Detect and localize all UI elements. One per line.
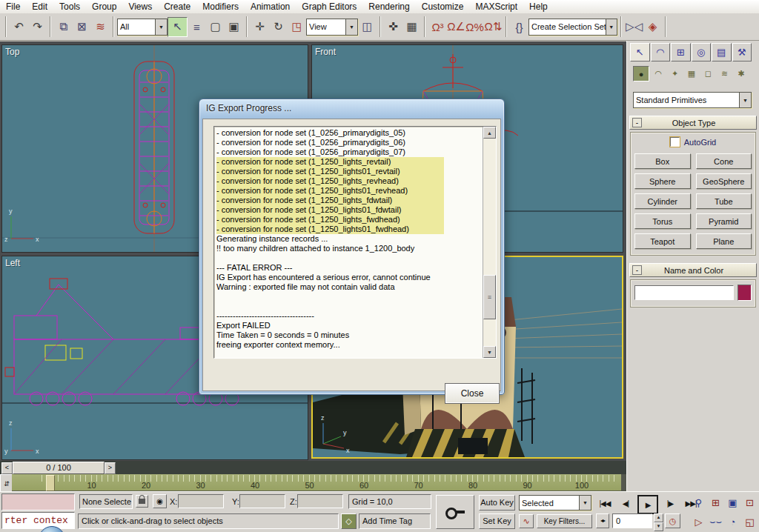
menu-item[interactable]: Help [523, 0, 554, 13]
scroll-down-icon[interactable]: ▼ [483, 346, 496, 358]
viewport-top-label[interactable]: Top [5, 47, 19, 57]
named-selection-sets-icon[interactable]: {} [510, 18, 528, 36]
time-configuration-button[interactable]: ◷ [665, 513, 680, 528]
geosphere-button[interactable]: GeoSphere [696, 173, 752, 189]
viewport-front-label[interactable]: Front [315, 47, 336, 57]
time-slider-frame-indicator[interactable]: 0 / 100 [13, 462, 105, 474]
absolute-offset-toggle[interactable]: ◉ [153, 494, 167, 508]
frame-spinner[interactable]: ▲▼ [654, 513, 663, 531]
rectangular-selection-region-icon[interactable]: ▢ [206, 18, 225, 36]
menu-item[interactable]: Customize [416, 0, 470, 13]
select-and-scale-icon[interactable]: ◳ [288, 18, 306, 36]
log-scrollbar[interactable]: ▲ ≡ ▼ [483, 127, 496, 358]
chevron-down-icon[interactable]: ▼ [345, 19, 357, 35]
arc-rotate-icon[interactable]: ◔ [725, 513, 740, 531]
selection-filter-dropdown[interactable]: All▼ [117, 19, 168, 36]
previous-frame-button[interactable]: ◀| [617, 495, 634, 511]
select-object-icon[interactable]: ↖ [168, 17, 188, 37]
add-time-tag[interactable]: Add Time Tag [359, 513, 431, 529]
menu-item[interactable]: Edit [26, 0, 53, 13]
key-mode-dropdown[interactable]: Selected ▼ [519, 495, 591, 511]
collapse-icon[interactable]: - [632, 118, 642, 127]
cameras-category-icon[interactable]: ▦ [684, 66, 699, 82]
chevron-down-icon[interactable]: ▼ [739, 93, 751, 107]
menu-item[interactable]: Graph Editors [296, 0, 362, 13]
pyramid-button[interactable]: Pyramid [696, 213, 752, 229]
adaptive-degradation-toggle[interactable]: ◇ [341, 513, 357, 529]
menu-item[interactable]: Animation [245, 0, 296, 13]
keyboard-override-icon[interactable]: ▦ [402, 18, 421, 36]
redo-icon[interactable]: ↷ [28, 18, 47, 36]
selection-lock-toggle[interactable] [136, 495, 148, 508]
set-keys-button[interactable] [436, 495, 474, 529]
spinner-up-icon[interactable]: ▲ [654, 513, 663, 522]
chevron-down-icon[interactable]: ▼ [155, 19, 167, 35]
zoom-icon[interactable]: ⚲ [691, 493, 706, 511]
object-color-swatch[interactable] [738, 285, 752, 301]
collapse-icon[interactable]: - [632, 265, 642, 275]
auto-key-button[interactable]: Auto Key [479, 495, 515, 511]
menu-item[interactable]: Modifiers [196, 0, 245, 13]
named-selection-dropdown[interactable]: Create Selection Set▼ [528, 19, 617, 36]
reference-coordinate-dropdown[interactable]: View▼ [306, 19, 358, 36]
menu-item[interactable]: Views [122, 0, 158, 13]
zoom-extents-all-icon[interactable]: ⊡ [742, 493, 758, 511]
menu-item[interactable]: Create [158, 0, 196, 13]
play-button[interactable]: ▶ [637, 495, 658, 514]
spacewarps-category-icon[interactable]: ≋ [717, 66, 732, 82]
chevron-down-icon[interactable]: ▼ [606, 19, 617, 35]
name-color-rollout-header[interactable]: - Name and Color [629, 263, 757, 277]
select-and-move-icon[interactable]: ✛ [251, 18, 269, 36]
scroll-thumb[interactable]: ≡ [483, 275, 496, 319]
shapes-category-icon[interactable]: ◠ [651, 66, 666, 82]
next-frame-arrow[interactable]: > [105, 462, 116, 474]
undo-icon[interactable]: ↶ [10, 18, 28, 36]
cone-button[interactable]: Cone [696, 153, 752, 169]
chevron-down-icon[interactable]: ▼ [579, 496, 591, 510]
use-pivot-point-icon[interactable]: ◫ [358, 18, 377, 36]
spinner-snap-icon[interactable]: Ω⇅ [484, 18, 503, 36]
select-and-link-icon[interactable]: ⧉ [54, 18, 73, 36]
snaps-toggle-icon[interactable]: Ω³ [428, 18, 447, 36]
object-type-rollout-header[interactable]: - Object Type [629, 116, 757, 130]
cylinder-button[interactable]: Cylinder [634, 193, 691, 209]
x-coordinate-field[interactable] [178, 494, 224, 508]
current-frame-field[interactable]: 0 [612, 513, 652, 528]
tab-utilities[interactable]: ⚒ [732, 43, 752, 61]
dialog-titlebar[interactable]: IG Export Progress ... [199, 99, 504, 118]
window-crossing-selection-icon[interactable]: ▣ [225, 18, 243, 36]
select-and-rotate-icon[interactable]: ↻ [269, 18, 288, 36]
maxscript-mini-listener[interactable]: rter contex [1, 512, 75, 529]
helpers-category-icon[interactable]: ◻ [700, 66, 715, 82]
torus-button[interactable]: Torus [634, 213, 691, 229]
z-coordinate-field[interactable] [297, 494, 343, 508]
export-log[interactable]: - conversion for node set (1_0256_primar… [213, 126, 497, 359]
menu-item[interactable]: MAXScript [469, 0, 523, 13]
close-button[interactable]: Close [445, 383, 500, 404]
next-frame-button[interactable]: |▶ [661, 495, 679, 511]
viewport-left-label[interactable]: Left [5, 258, 20, 268]
menu-item[interactable]: Tools [53, 0, 86, 13]
go-to-start-button[interactable]: |◀◀ [596, 495, 614, 511]
previous-frame-arrow[interactable]: < [1, 462, 13, 474]
bind-to-space-warp-icon[interactable]: ≋ [91, 18, 110, 36]
teapot-button[interactable]: Teapot [634, 233, 691, 249]
default-in-out-tangent-icon[interactable]: ∿ [519, 514, 534, 528]
zoom-all-icon[interactable]: ⊞ [708, 493, 723, 511]
y-coordinate-field[interactable] [239, 494, 285, 508]
menu-item[interactable]: Group [86, 0, 122, 13]
key-mode-toggle[interactable]: ◂▸ [596, 513, 609, 528]
angle-snap-icon[interactable]: Ω∠ [447, 18, 465, 36]
primitive-category-dropdown[interactable]: Standard Primitives ▼ [633, 92, 752, 108]
tube-button[interactable]: Tube [696, 193, 752, 209]
object-name-field[interactable] [634, 285, 734, 300]
systems-category-icon[interactable]: ✱ [734, 66, 749, 82]
min-max-toggle-icon[interactable]: ◱ [742, 513, 758, 531]
unlink-selection-icon[interactable]: ⊠ [73, 18, 91, 36]
scroll-up-icon[interactable]: ▲ [483, 127, 496, 139]
tab-create[interactable]: ↖ [630, 43, 650, 61]
tab-modify[interactable]: ◠ [651, 43, 671, 61]
key-filters-button[interactable]: Key Filters... [537, 514, 592, 528]
menu-item[interactable]: Rendering [362, 0, 415, 13]
tab-hierarchy[interactable]: ⊞ [671, 43, 691, 61]
